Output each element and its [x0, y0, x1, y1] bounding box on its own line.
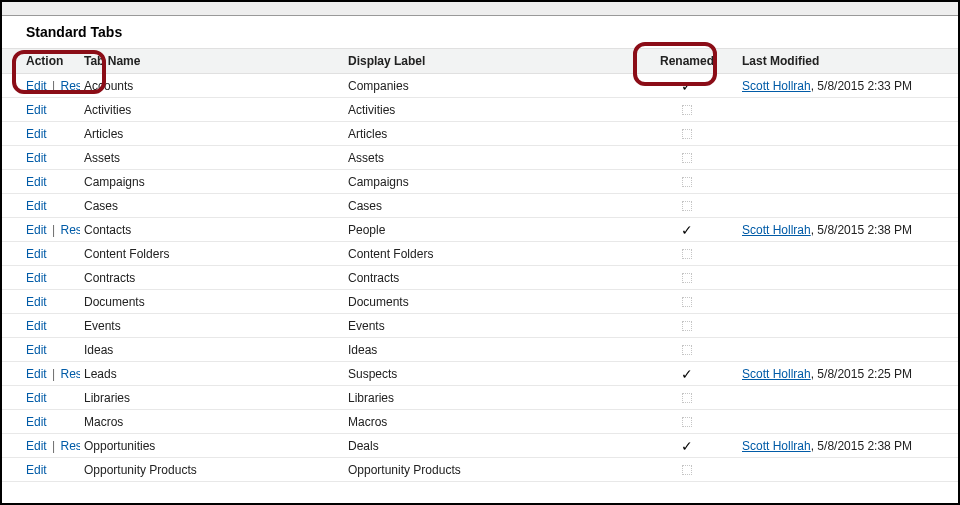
table-row: EditContent FoldersContent Folders	[2, 242, 958, 266]
window-header	[2, 2, 958, 16]
table-row: EditAssetsAssets	[2, 146, 958, 170]
renamed-cell: ✓	[636, 218, 738, 242]
unchecked-icon	[682, 393, 692, 403]
edit-link[interactable]: Edit	[26, 79, 47, 93]
modified-by-link[interactable]: Scott Hollrah	[742, 367, 811, 381]
table-row: EditLibrariesLibraries	[2, 386, 958, 410]
edit-link[interactable]: Edit	[26, 271, 47, 285]
unchecked-icon	[682, 465, 692, 475]
last-modified-cell	[738, 170, 958, 194]
checkmark-icon: ✓	[681, 367, 693, 381]
reset-link[interactable]: Reset	[60, 367, 80, 381]
modified-by-link[interactable]: Scott Hollrah	[742, 439, 811, 453]
last-modified-cell: Scott Hollrah, 5/8/2015 2:38 PM	[738, 218, 958, 242]
table-row: EditActivitiesActivities	[2, 98, 958, 122]
display-label-cell: Activities	[344, 98, 636, 122]
modified-by-link[interactable]: Scott Hollrah	[742, 79, 811, 93]
unchecked-icon	[682, 345, 692, 355]
action-cell: Edit	[2, 458, 80, 482]
display-label-cell: Companies	[344, 74, 636, 98]
reset-link[interactable]: Reset	[60, 223, 80, 237]
renamed-cell: ✓	[636, 362, 738, 386]
tab-name-cell: Events	[80, 314, 344, 338]
edit-link[interactable]: Edit	[26, 247, 47, 261]
tab-name-cell: Activities	[80, 98, 344, 122]
modified-by-link[interactable]: Scott Hollrah	[742, 223, 811, 237]
unchecked-icon	[682, 201, 692, 211]
action-cell: Edit	[2, 290, 80, 314]
table-row: EditCasesCases	[2, 194, 958, 218]
edit-link[interactable]: Edit	[26, 439, 47, 453]
edit-link[interactable]: Edit	[26, 103, 47, 117]
reset-link[interactable]: Reset	[60, 439, 80, 453]
action-separator: |	[47, 79, 61, 93]
unchecked-icon	[682, 249, 692, 259]
renamed-cell	[636, 122, 738, 146]
edit-link[interactable]: Edit	[26, 175, 47, 189]
tab-name-cell: Opportunity Products	[80, 458, 344, 482]
col-header-tab-name: Tab Name	[80, 49, 344, 74]
table-row: Edit | ResetContactsPeople✓Scott Hollrah…	[2, 218, 958, 242]
display-label-cell: Contracts	[344, 266, 636, 290]
action-cell: Edit	[2, 122, 80, 146]
modified-at-text: , 5/8/2015 2:38 PM	[811, 223, 912, 237]
renamed-cell	[636, 290, 738, 314]
action-cell: Edit | Reset	[2, 218, 80, 242]
action-cell: Edit	[2, 338, 80, 362]
edit-link[interactable]: Edit	[26, 127, 47, 141]
edit-link[interactable]: Edit	[26, 223, 47, 237]
renamed-cell	[636, 386, 738, 410]
edit-link[interactable]: Edit	[26, 415, 47, 429]
checkmark-icon: ✓	[681, 79, 693, 93]
last-modified-cell	[738, 458, 958, 482]
display-label-cell: Deals	[344, 434, 636, 458]
display-label-cell: Documents	[344, 290, 636, 314]
tab-name-cell: Accounts	[80, 74, 344, 98]
edit-link[interactable]: Edit	[26, 199, 47, 213]
display-label-cell: Content Folders	[344, 242, 636, 266]
renamed-cell	[636, 410, 738, 434]
tab-name-cell: Campaigns	[80, 170, 344, 194]
tab-name-cell: Macros	[80, 410, 344, 434]
table-row: Edit | ResetLeadsSuspects✓Scott Hollrah,…	[2, 362, 958, 386]
edit-link[interactable]: Edit	[26, 367, 47, 381]
table-row: EditIdeasIdeas	[2, 338, 958, 362]
edit-link[interactable]: Edit	[26, 343, 47, 357]
last-modified-cell	[738, 386, 958, 410]
display-label-cell: Opportunity Products	[344, 458, 636, 482]
tab-name-cell: Documents	[80, 290, 344, 314]
tab-name-cell: Ideas	[80, 338, 344, 362]
renamed-cell	[636, 98, 738, 122]
last-modified-cell	[738, 314, 958, 338]
action-cell: Edit	[2, 194, 80, 218]
last-modified-cell	[738, 146, 958, 170]
checkmark-icon: ✓	[681, 223, 693, 237]
last-modified-cell	[738, 98, 958, 122]
reset-link[interactable]: Reset	[60, 79, 80, 93]
tab-name-cell: Articles	[80, 122, 344, 146]
action-cell: Edit	[2, 242, 80, 266]
modified-at-text: , 5/8/2015 2:33 PM	[811, 79, 912, 93]
edit-link[interactable]: Edit	[26, 391, 47, 405]
unchecked-icon	[682, 417, 692, 427]
tab-name-cell: Assets	[80, 146, 344, 170]
edit-link[interactable]: Edit	[26, 151, 47, 165]
tab-name-cell: Cases	[80, 194, 344, 218]
display-label-cell: Articles	[344, 122, 636, 146]
last-modified-cell	[738, 290, 958, 314]
display-label-cell: Assets	[344, 146, 636, 170]
checkmark-icon: ✓	[681, 439, 693, 453]
tab-name-cell: Leads	[80, 362, 344, 386]
edit-link[interactable]: Edit	[26, 463, 47, 477]
display-label-cell: Events	[344, 314, 636, 338]
edit-link[interactable]: Edit	[26, 319, 47, 333]
tab-name-cell: Libraries	[80, 386, 344, 410]
action-separator: |	[47, 439, 61, 453]
unchecked-icon	[682, 153, 692, 163]
tab-name-cell: Opportunities	[80, 434, 344, 458]
action-cell: Edit | Reset	[2, 434, 80, 458]
col-header-action: Action	[2, 49, 80, 74]
modified-at-text: , 5/8/2015 2:25 PM	[811, 367, 912, 381]
action-cell: Edit	[2, 98, 80, 122]
edit-link[interactable]: Edit	[26, 295, 47, 309]
